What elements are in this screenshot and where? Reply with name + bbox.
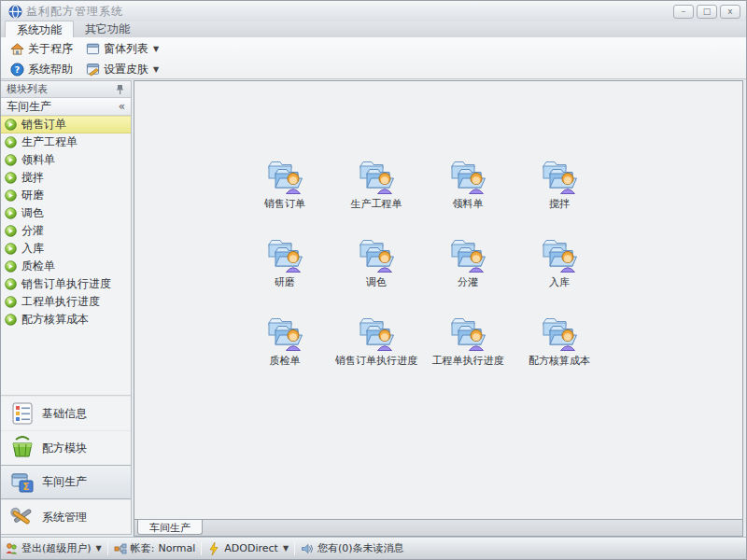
- module-shortcut[interactable]: 领料单: [422, 154, 514, 232]
- folder-user-icon: [265, 158, 304, 195]
- sidebar-item-label: 调色: [21, 205, 44, 221]
- folder-user-icon: [265, 236, 304, 273]
- close-button[interactable]: x: [720, 5, 740, 19]
- sidebar-item-label: 领料单: [21, 152, 55, 168]
- module-shortcut-label: 搅拌: [549, 197, 570, 211]
- system-help-button[interactable]: ? 系统帮助: [7, 59, 82, 79]
- sidebar-item-list: 销售订单 生产工程单 领料单 搅拌 研磨 调色: [1, 116, 131, 329]
- workspace-panel: 销售订单 生产工程单 领料单: [134, 80, 743, 520]
- module-shortcut[interactable]: 工程单执行进度: [422, 311, 514, 389]
- sidebar-item[interactable]: 工程单执行进度: [1, 293, 131, 311]
- ribbon-tab-strip: 系统功能 其它功能: [1, 21, 746, 38]
- sidebar-item[interactable]: 配方核算成本: [1, 311, 131, 329]
- module-shortcut-label: 工程单执行进度: [432, 354, 504, 368]
- account-set-indicator: 帐套: Normal: [114, 541, 196, 555]
- minimize-button[interactable]: –: [673, 5, 694, 19]
- folder-user-icon: [448, 236, 487, 273]
- set-skin-button[interactable]: 设置皮肤 ▼: [82, 59, 168, 79]
- sidebar-item[interactable]: 销售订单: [1, 116, 131, 133]
- module-shortcut[interactable]: 搅拌: [514, 154, 605, 232]
- collapse-icon[interactable]: «: [119, 100, 125, 113]
- nav-system-management[interactable]: 系统管理: [1, 499, 131, 534]
- module-shortcut-label: 入库: [549, 275, 570, 289]
- titlebar: 益利配方管理系统 – □ x: [1, 1, 746, 21]
- maximize-button[interactable]: □: [697, 5, 717, 19]
- connection-icon: [114, 542, 127, 555]
- sidebar-item[interactable]: 分灌: [1, 222, 131, 240]
- sidebar-item[interactable]: 领料单: [1, 151, 131, 169]
- module-shortcut[interactable]: 入库: [514, 232, 605, 311]
- svg-text:?: ?: [15, 64, 20, 75]
- module-sidebar: 模块列表 车间生产 « 销售订单 生产工程单 领料单: [1, 80, 132, 535]
- module-shortcut[interactable]: 生产工程单: [331, 154, 422, 232]
- module-shortcut[interactable]: 质检单: [239, 311, 331, 389]
- module-shortcut-label: 研磨: [275, 275, 295, 289]
- nav-formula-module[interactable]: 配方模块: [1, 430, 131, 465]
- folder-user-icon: [540, 236, 579, 273]
- module-shortcut[interactable]: 销售订单执行进度: [331, 311, 422, 389]
- skin-icon: [86, 63, 100, 77]
- sidebar-item[interactable]: 生产工程单: [1, 133, 131, 151]
- folder-user-icon: [265, 315, 304, 352]
- module-shortcut-label: 调色: [366, 275, 387, 289]
- module-shortcut[interactable]: 配方核算成本: [514, 311, 605, 389]
- connection-mode-button[interactable]: ADODirect ▼: [207, 542, 289, 555]
- sidebar-item[interactable]: 销售订单执行进度: [1, 275, 131, 293]
- svg-text:Σ: Σ: [23, 482, 30, 492]
- module-shortcut[interactable]: 研磨: [239, 232, 331, 311]
- list-icon: [10, 401, 35, 426]
- doc-tab-workshop[interactable]: 车间生产: [137, 520, 203, 535]
- tab-other-functions[interactable]: 其它功能: [74, 21, 141, 37]
- sidebar-item-label: 入库: [21, 241, 44, 257]
- sidebar-nav: 基础信息 配方模块 Σ 车间生产: [1, 396, 131, 534]
- module-shortcut[interactable]: 销售订单: [239, 154, 331, 232]
- module-shortcut[interactable]: 调色: [331, 232, 422, 311]
- folder-user-icon: [448, 315, 487, 352]
- sidebar-item-label: 工程单执行进度: [21, 294, 100, 310]
- folder-user-icon: [540, 158, 579, 195]
- sidebar-item[interactable]: 搅拌: [1, 169, 131, 187]
- statusbar-separator: [294, 542, 295, 555]
- green-arrow-icon: [5, 225, 17, 237]
- sidebar-item-label: 销售订单: [21, 117, 66, 133]
- users-icon: [5, 542, 18, 555]
- statusbar-separator: [107, 542, 108, 555]
- window-list-icon: [86, 42, 100, 56]
- green-arrow-icon: [5, 207, 17, 219]
- sidebar-spacer: [1, 329, 131, 396]
- module-list-header: 模块列表: [1, 81, 131, 98]
- folder-user-icon: [448, 158, 487, 195]
- module-shortcut-label: 销售订单执行进度: [335, 354, 417, 368]
- module-shortcut-label: 质检单: [270, 354, 301, 368]
- green-arrow-icon: [5, 172, 17, 184]
- about-program-button[interactable]: 关于程序: [7, 38, 82, 59]
- sidebar-item-label: 销售订单执行进度: [21, 276, 111, 292]
- pin-icon[interactable]: [115, 84, 125, 95]
- app-logo-icon: [8, 5, 22, 19]
- green-arrow-icon: [5, 136, 17, 148]
- sidebar-item[interactable]: 研磨: [1, 187, 131, 204]
- sidebar-item-label: 研磨: [21, 188, 44, 203]
- module-shortcut[interactable]: 分灌: [422, 232, 514, 311]
- nav-workshop-production[interactable]: Σ 车间生产: [1, 465, 131, 499]
- sidebar-item-label: 搅拌: [21, 170, 44, 186]
- folder-user-icon: [540, 315, 579, 352]
- form-list-button[interactable]: 窗体列表 ▼: [82, 38, 168, 59]
- workshop-icon: Σ: [10, 470, 35, 495]
- nav-basic-info[interactable]: 基础信息: [1, 396, 131, 430]
- module-shortcut-label: 配方核算成本: [529, 354, 590, 368]
- ribbon-body: 关于程序 窗体列表 ▼ ? 系统帮助 设置皮肤 ▼: [1, 38, 746, 79]
- sidebar-group-workshop[interactable]: 车间生产 «: [1, 98, 131, 116]
- green-arrow-icon: [5, 154, 17, 166]
- speaker-icon: [301, 542, 314, 555]
- tab-system-functions[interactable]: 系统功能: [5, 21, 74, 37]
- unread-messages-indicator[interactable]: 您有(0)条未读消息: [301, 541, 404, 555]
- chevron-down-icon: ▼: [283, 544, 289, 553]
- green-arrow-icon: [5, 296, 17, 308]
- sidebar-item[interactable]: 质检单: [1, 258, 131, 275]
- sidebar-item[interactable]: 调色: [1, 204, 131, 222]
- logout-button[interactable]: 登出(超级用户) ▼: [5, 541, 102, 555]
- module-shortcut-label: 分灌: [458, 275, 478, 289]
- sidebar-item[interactable]: 入库: [1, 240, 131, 258]
- green-arrow-icon: [5, 314, 17, 326]
